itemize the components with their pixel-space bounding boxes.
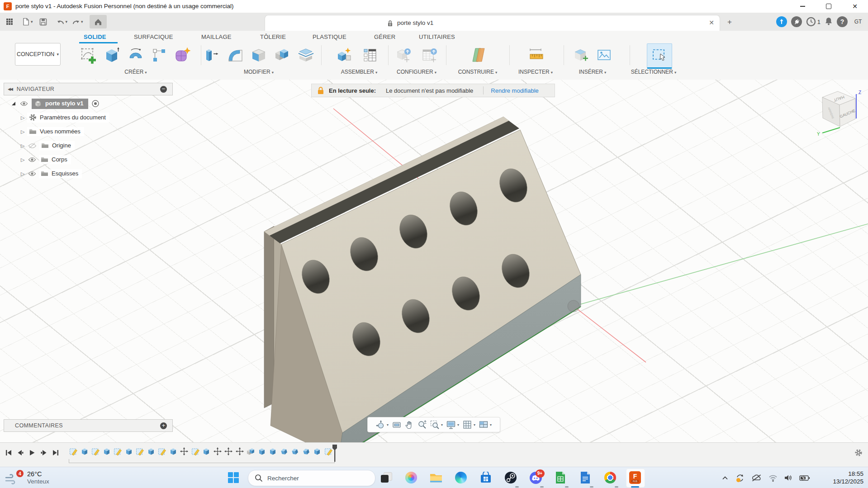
visibility-off-icon[interactable]: [28, 143, 37, 149]
libreoffice-writer-icon[interactable]: [578, 470, 593, 485]
viewports-caret[interactable]: ▾: [490, 423, 492, 427]
chrome-icon[interactable]: [603, 470, 617, 485]
joint-table-icon[interactable]: [360, 45, 380, 65]
timeline-feature-chamfer[interactable]: [290, 447, 299, 456]
tree-item-corps[interactable]: ▷ Corps: [21, 155, 71, 165]
onedrive-paused-icon[interactable]: [751, 474, 762, 482]
derive-icon[interactable]: [149, 45, 169, 65]
visibility-eye-icon[interactable]: [28, 171, 36, 176]
file-menu-caret[interactable]: ▾: [31, 19, 33, 24]
tab-maillage[interactable]: MAILLAGE: [201, 33, 232, 40]
new-component-icon[interactable]: [335, 45, 355, 65]
timeline-feature-extrude[interactable]: [268, 447, 277, 456]
timeline-settings-gear-icon[interactable]: [854, 448, 863, 458]
measure-icon[interactable]: [526, 45, 546, 65]
save-button[interactable]: [37, 15, 50, 28]
home-view-button[interactable]: [90, 15, 107, 28]
file-explorer-icon[interactable]: [429, 470, 443, 485]
viewport[interactable]: HAUT GAUCHE ARRIÈRE Z Y En lecture seule…: [0, 80, 868, 442]
timeline-skip-start-button[interactable]: [4, 448, 14, 458]
timeline-feature-sketch[interactable]: [157, 447, 166, 456]
timeline-feature-move[interactable]: [213, 447, 222, 456]
model-porte-stylo[interactable]: [264, 117, 581, 442]
group-label-modifier[interactable]: MODIFIER▾: [244, 69, 274, 75]
fillet-icon[interactable]: [225, 45, 245, 65]
document-tab-close-icon[interactable]: ✕: [709, 19, 714, 26]
battery-charging-icon[interactable]: [799, 475, 810, 481]
viewports-icon[interactable]: [478, 419, 489, 430]
revolve-icon[interactable]: [126, 45, 146, 65]
tab-surfacique[interactable]: SURFACIQUE: [134, 33, 173, 40]
expand-closed-icon[interactable]: ▷: [21, 115, 27, 121]
comments-add-icon[interactable]: +: [160, 422, 167, 429]
tree-item-esquisses[interactable]: ▷ Esquisses: [21, 169, 82, 179]
group-label-selectionner[interactable]: SÉLECTIONNER▾: [631, 69, 677, 75]
expand-closed-icon[interactable]: ▷: [21, 143, 27, 149]
libreoffice-calc-icon[interactable]: [553, 470, 568, 485]
grid-settings-icon[interactable]: [462, 419, 473, 430]
timeline-feature-extrude[interactable]: [257, 447, 266, 456]
construction-plane-icon[interactable]: [469, 45, 489, 65]
view-cube[interactable]: HAUT GAUCHE ARRIÈRE Z Y: [817, 90, 861, 137]
timeline-feature-sketch[interactable]: [69, 447, 78, 456]
expand-closed-icon[interactable]: ▷: [21, 157, 27, 163]
timeline-feature-extrude[interactable]: [124, 447, 133, 456]
timeline-feature-move[interactable]: [180, 447, 189, 456]
activate-radio-icon[interactable]: [91, 99, 100, 108]
discord-icon[interactable]: 9+: [528, 470, 543, 485]
fusion-icon[interactable]: FFUS: [628, 470, 642, 485]
look-at-icon[interactable]: [391, 419, 402, 430]
navigator-header[interactable]: ◀◀ NAVIGATEUR −: [4, 83, 173, 95]
orbit-icon[interactable]: [375, 419, 386, 430]
navigator-minimize-icon[interactable]: −: [160, 86, 167, 93]
extensions-icon[interactable]: [791, 16, 802, 27]
timeline-play-button[interactable]: [27, 448, 37, 458]
timeline-step-forward-button[interactable]: [39, 448, 49, 458]
timeline-feature-extrude[interactable]: [169, 447, 178, 456]
tab-utilitaires[interactable]: UTILITAIRES: [419, 33, 455, 40]
display-settings-caret[interactable]: ▾: [457, 423, 459, 427]
tree-item-origine[interactable]: ▷ Origine: [21, 141, 75, 151]
tab-gerer[interactable]: GÉRER: [374, 33, 395, 40]
job-status-icon[interactable]: [776, 16, 787, 27]
expand-closed-icon[interactable]: ▷: [21, 171, 27, 177]
visibility-eye-icon[interactable]: [28, 157, 36, 162]
timeline-scrubber[interactable]: [332, 445, 337, 463]
new-tab-button[interactable]: +: [725, 17, 735, 27]
canvas-icon[interactable]: [595, 45, 615, 65]
create-form-icon[interactable]: [173, 45, 193, 65]
document-tab[interactable]: porte stylo v1 ✕: [265, 15, 720, 31]
edge-icon[interactable]: [454, 470, 468, 485]
timeline-feature-extrude[interactable]: [313, 447, 322, 456]
pan-icon[interactable]: [404, 419, 415, 430]
timeline-step-back-button[interactable]: [15, 448, 25, 458]
taskbar-clock[interactable]: 18:55 13/12/2025: [833, 470, 863, 485]
start-button[interactable]: [226, 470, 241, 485]
group-label-creer[interactable]: CRÉER▾: [124, 69, 147, 75]
comments-panel-header[interactable]: COMMENTAIRES +: [4, 419, 173, 432]
undo-caret[interactable]: ▾: [66, 19, 68, 24]
workspace-selector[interactable]: CONCEPTION▾: [15, 43, 61, 66]
timeline-feature-sketch[interactable]: [135, 447, 144, 456]
expand-closed-icon[interactable]: ▷: [21, 129, 27, 135]
tab-solide[interactable]: SOLIDE: [84, 33, 106, 40]
weather-widget[interactable]: 4 26°C Venteux: [5, 469, 49, 487]
close-button[interactable]: ✕: [842, 0, 868, 13]
timeline-feature-chamfer[interactable]: [280, 447, 289, 456]
origin-point[interactable]: [568, 300, 579, 312]
group-label-inserer[interactable]: INSÉRER▾: [579, 69, 607, 75]
collapse-panel-icon[interactable]: ◀◀: [8, 87, 12, 91]
timeline-feature-move[interactable]: [235, 447, 244, 456]
timeline-feature-extrude[interactable]: [80, 447, 89, 456]
configuration-table-icon[interactable]: [420, 45, 440, 65]
zoom-icon[interactable]: [417, 419, 427, 430]
model-back-plate-left-face[interactable]: [264, 226, 274, 408]
zoom-window-caret[interactable]: ▾: [441, 423, 443, 427]
expand-open-icon[interactable]: [11, 101, 16, 106]
timeline-feature-move[interactable]: [224, 447, 233, 456]
maximize-button[interactable]: [816, 0, 842, 13]
insert-derive-icon[interactable]: [571, 45, 591, 65]
redo-caret[interactable]: ▾: [81, 19, 83, 24]
tab-plastique[interactable]: PLASTIQUE: [313, 33, 346, 40]
timeline-track[interactable]: [69, 459, 335, 463]
